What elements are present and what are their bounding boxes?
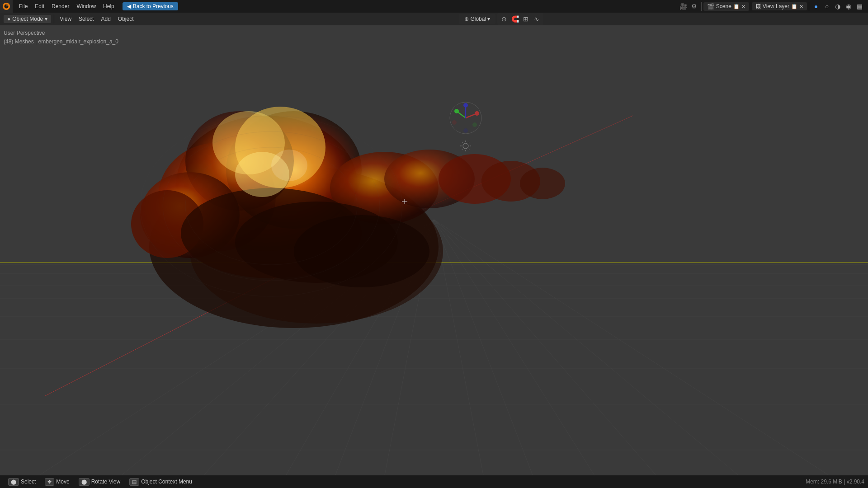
view-layer-copy-icon[interactable]: 📋 [791, 4, 797, 9]
menu-select[interactable]: Select [76, 15, 96, 23]
mode-chevron: ▾ [45, 16, 47, 22]
view-layer-close-icon[interactable]: ✕ [799, 4, 803, 9]
scene-copy-icon[interactable]: 📋 [733, 4, 740, 9]
select-item: ⬤ Select [4, 477, 40, 487]
mode-label: Object Mode [12, 16, 43, 22]
move-item: ✥ Move [40, 477, 74, 487]
grid-canvas [0, 25, 868, 475]
back-to-previous-button[interactable]: ◀ Back to Previous [123, 2, 178, 10]
rotate-key-icon: ⬤ [79, 478, 90, 486]
shading-solid-icon[interactable]: ● [811, 1, 821, 11]
top-menu: File Edit Render Window Help [13, 2, 121, 10]
render-settings-icon[interactable]: ⚙ [689, 1, 699, 11]
menu-object[interactable]: Object [115, 15, 137, 23]
bottom-bar: ⬤ Select ✥ Move ⬤ Rotate View ▤ Object C… [0, 475, 868, 488]
shading-material-icon[interactable]: ◑ [833, 1, 843, 11]
snap-target-icon[interactable]: ⊞ [521, 14, 531, 24]
transform-global-btn[interactable]: ⊕ Global ▾ [461, 15, 494, 23]
select-key-icon: ⬤ [8, 478, 19, 486]
menu-help[interactable]: Help [100, 2, 117, 10]
top-right-tools: 🎥 ⚙ 🎬 Scene 📋 ✕ 🖼 View Layer 📋 ✕ ● ○ ◑ ◉… [679, 1, 868, 11]
move-label: Move [56, 479, 69, 485]
view-layer-icon: 🖼 [755, 3, 761, 9]
menu-edit[interactable]: Edit [32, 2, 47, 10]
blender-logo[interactable] [0, 0, 13, 13]
secondary-toolbar: ● Object Mode ▾ View Select Add Object ⊕… [0, 13, 868, 25]
move-key-icon: ✥ [45, 478, 54, 486]
rotate-item: ⬤ Rotate View [74, 477, 125, 487]
context-menu-item: ▤ Object Context Menu [125, 477, 197, 487]
proportional-edit-icon[interactable]: ⊙ [499, 14, 509, 24]
menu-window[interactable]: Window [74, 2, 99, 10]
snapping-tools: ⊙ 🧲 ⊞ ∿ [497, 13, 543, 25]
scene-label: Scene [716, 3, 731, 9]
render-icon[interactable]: 🎥 [679, 1, 689, 11]
menu-render[interactable]: Render [49, 2, 72, 10]
snap-icon[interactable]: 🧲 [510, 14, 520, 24]
menu-add[interactable]: Add [98, 15, 113, 23]
view-layer-selector[interactable]: 🖼 View Layer 📋 ✕ [752, 2, 807, 10]
transform-label: Global [470, 16, 486, 22]
context-label: Object Context Menu [141, 479, 192, 485]
transform-tools: ⊕ Global ▾ [459, 14, 495, 24]
rotate-label: Rotate View [91, 479, 120, 485]
transform-icon: ⊕ [464, 16, 469, 22]
shading-render-icon[interactable]: ◉ [844, 1, 854, 11]
proportional-falloff-icon[interactable]: ∿ [532, 14, 542, 24]
scene-close-icon[interactable]: ✕ [741, 4, 745, 9]
mode-icon: ● [7, 16, 10, 22]
menu-file[interactable]: File [16, 2, 30, 10]
transform-chevron: ▾ [487, 16, 490, 22]
back-to-previous-label: Back to Previous [133, 3, 174, 9]
top-bar: File Edit Render Window Help ◀ Back to P… [0, 0, 868, 13]
scene-selector[interactable]: 🎬 Scene 📋 ✕ [703, 2, 749, 11]
shading-wire-icon[interactable]: ○ [822, 1, 832, 11]
svg-rect-2 [6, 3, 7, 6]
scene-icon: 🎬 [707, 3, 714, 10]
view-layer-label: View Layer [763, 3, 789, 9]
viewport[interactable]: User Perspective (48) Meshes | embergen_… [0, 25, 868, 475]
memory-info: Mem: 29.6 MiB | v2.90.4 [806, 479, 864, 485]
menu-view[interactable]: View [57, 15, 74, 23]
viewport-shading-icon[interactable]: ▤ [854, 1, 864, 11]
mode-selector[interactable]: ● Object Mode ▾ [4, 15, 51, 23]
back-arrow-icon: ◀ [127, 3, 131, 9]
context-key-icon: ▤ [129, 478, 139, 486]
select-label: Select [21, 479, 36, 485]
